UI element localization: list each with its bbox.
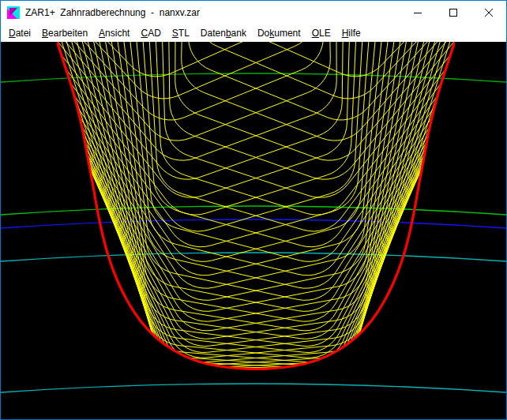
window-title: ZAR1+ Zahnradberechnung - nanxv.zar <box>25 7 400 18</box>
maximize-icon <box>449 9 457 17</box>
rack-cutter-curve <box>148 42 506 197</box>
minimize-button[interactable] <box>400 1 435 24</box>
menubar: DateiBearbeitenAnsichtCADSTLDatenbankDok… <box>1 24 506 42</box>
gear-plot <box>1 42 506 419</box>
rack-cutter-curve <box>133 42 506 215</box>
rack-cutter-curve <box>182 42 506 141</box>
menu-item-bearbeiten[interactable]: Bearbeiten <box>36 26 93 40</box>
titlebar: ZAR1+ Zahnradberechnung - nanxv.zar <box>1 1 506 24</box>
upper-pitch-arc <box>1 206 506 215</box>
menu-item-datei[interactable]: Datei <box>3 26 36 40</box>
minimize-icon <box>414 9 422 17</box>
rack-cutter-curve <box>1 42 307 77</box>
rack-cutter-curve <box>1 42 378 215</box>
window-controls <box>400 1 506 24</box>
menu-item-cad[interactable]: CAD <box>135 26 166 40</box>
plot-area <box>1 42 506 419</box>
root-circle-arc <box>1 384 506 392</box>
menu-item-datenbank[interactable]: Datenbank <box>195 26 252 40</box>
menu-item-ole[interactable]: OLE <box>306 26 336 40</box>
rack-cutter-curve <box>107 42 506 247</box>
app-icon[interactable] <box>7 6 20 19</box>
rack-cutter-curve <box>14 42 506 347</box>
rack-cutter-curve <box>1 42 330 141</box>
menu-item-dokument[interactable]: Dokument <box>252 26 306 40</box>
menu-item-hilfe[interactable]: Hilfe <box>336 26 366 40</box>
close-icon <box>485 9 493 17</box>
rack-cutter-curve <box>23 42 506 339</box>
menu-item-ansicht[interactable]: Ansicht <box>93 26 135 40</box>
rack-cutter-curve <box>162 42 506 179</box>
base-circle-arc <box>1 253 506 261</box>
rack-cutter-curve <box>1 42 324 120</box>
rack-cutter-curve <box>196 42 506 99</box>
menu-item-stl[interactable]: STL <box>167 26 195 40</box>
close-button[interactable] <box>471 1 506 24</box>
app-window: ZAR1+ Zahnradberechnung - nanxv.zar Date… <box>0 0 507 420</box>
pitch-circle-arc <box>1 219 506 228</box>
rack-cutter-curve <box>1 42 489 339</box>
rack-cutter-curve <box>1 42 404 247</box>
maximize-button[interactable] <box>435 1 471 24</box>
